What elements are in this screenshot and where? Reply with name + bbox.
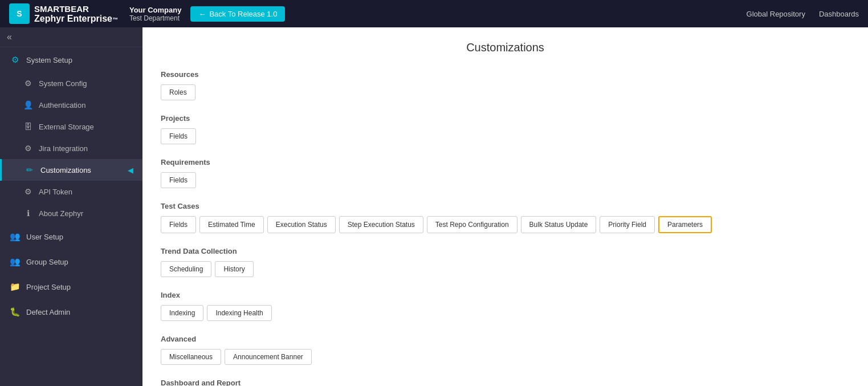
sidebar-section-header-system-setup[interactable]: ⚙ System Setup <box>0 47 142 72</box>
idx-indexing-button[interactable]: Indexing <box>161 305 203 321</box>
dashboards-link[interactable]: Dashboards <box>819 10 859 18</box>
section-index-buttons: Indexing Indexing Health <box>161 305 850 321</box>
section-dashboard-report: Dashboard and Report Gadget Refresh Rate <box>161 379 850 386</box>
section-trend-data-buttons: Scheduling History <box>161 261 850 277</box>
tc-priority-field-button[interactable]: Priority Field <box>600 216 655 233</box>
sidebar-section-group-setup: 👥 Group Setup <box>0 249 142 274</box>
system-setup-icon: ⚙ <box>9 54 21 66</box>
tc-parameters-button[interactable]: Parameters <box>658 216 712 233</box>
sidebar-item-jira-integration[interactable]: ⚙ Jira Integration <box>0 137 142 159</box>
sidebar-section-user-setup: 👥 User Setup <box>0 224 142 249</box>
authentication-icon: 👤 <box>23 100 33 110</box>
sidebar-item-api-token[interactable]: ⚙ API Token <box>0 181 142 202</box>
defect-admin-icon: 🐛 <box>9 306 21 318</box>
section-index-label: Index <box>161 291 850 299</box>
sidebar-section-header-user-setup[interactable]: 👥 User Setup <box>0 224 142 249</box>
section-index: Index Indexing Indexing Health <box>161 291 850 321</box>
section-projects-buttons: Fields <box>161 128 850 144</box>
section-dashboard-report-label: Dashboard and Report <box>161 379 850 386</box>
roles-button[interactable]: Roles <box>161 84 195 100</box>
project-setup-icon: 📁 <box>9 281 21 292</box>
section-advanced: Advanced Miscellaneous Announcement Bann… <box>161 335 850 365</box>
adv-announcement-banner-button[interactable]: Announcement Banner <box>225 349 312 365</box>
back-to-release-button[interactable]: ← Back To Release 1.0 <box>190 6 285 22</box>
main-layout: « ⚙ System Setup ⚙ System Config 👤 Authe… <box>0 27 868 386</box>
idx-indexing-health-button[interactable]: Indexing Health <box>207 305 271 321</box>
section-test-cases: Test Cases Fields Estimated Time Executi… <box>161 202 850 233</box>
sidebar-section-header-group-setup[interactable]: 👥 Group Setup <box>0 249 142 274</box>
logo-area: S SMARTBEARZephyr Enterprise™ <box>9 3 118 24</box>
api-token-icon: ⚙ <box>23 186 33 197</box>
system-config-icon: ⚙ <box>23 78 33 88</box>
projects-fields-button[interactable]: Fields <box>161 128 196 144</box>
section-trend-data-label: Trend Data Collection <box>161 247 850 255</box>
tc-test-repo-config-button[interactable]: Test Repo Configuration <box>427 216 517 233</box>
about-zephyr-icon: ℹ <box>23 208 33 218</box>
section-requirements-label: Requirements <box>161 158 850 166</box>
external-storage-icon: 🗄 <box>23 121 33 132</box>
adv-miscellaneous-button[interactable]: Miscellaneous <box>161 349 221 365</box>
sidebar-item-about-zephyr[interactable]: ℹ About Zephyr <box>0 202 142 224</box>
jira-integration-icon: ⚙ <box>23 143 33 153</box>
content-area: Customizations Resources Roles Projects … <box>142 27 868 386</box>
group-setup-icon: 👥 <box>9 256 21 267</box>
sidebar: « ⚙ System Setup ⚙ System Config 👤 Authe… <box>0 27 142 386</box>
collapse-button[interactable]: « <box>0 27 142 47</box>
top-header: S SMARTBEARZephyr Enterprise™ Your Compa… <box>0 0 868 27</box>
section-requirements: Requirements Fields <box>161 158 850 188</box>
section-advanced-buttons: Miscellaneous Announcement Banner <box>161 349 850 365</box>
section-projects: Projects Fields <box>161 114 850 144</box>
sidebar-section-header-defect-admin[interactable]: 🐛 Defect Admin <box>0 299 142 324</box>
active-indicator-icon: ◀ <box>128 166 133 174</box>
tc-step-execution-status-button[interactable]: Step Execution Status <box>339 216 423 233</box>
section-requirements-buttons: Fields <box>161 172 850 188</box>
section-test-cases-buttons: Fields Estimated Time Execution Status S… <box>161 216 850 233</box>
tc-fields-button[interactable]: Fields <box>161 216 196 233</box>
sidebar-item-customizations[interactable]: ✏ Customizations ◀ <box>0 159 142 181</box>
sidebar-section-project-setup: 📁 Project Setup <box>0 274 142 299</box>
sidebar-item-authentication[interactable]: 👤 Authentication <box>0 94 142 116</box>
section-resources-label: Resources <box>161 70 850 79</box>
section-trend-data: Trend Data Collection Scheduling History <box>161 247 850 277</box>
section-resources: Resources Roles <box>161 70 850 100</box>
sidebar-section-defect-admin: 🐛 Defect Admin <box>0 299 142 324</box>
section-advanced-label: Advanced <box>161 335 850 343</box>
section-projects-label: Projects <box>161 114 850 123</box>
page-title: Customizations <box>161 41 850 54</box>
customizations-icon: ✏ <box>25 165 35 175</box>
back-arrow-icon: ← <box>198 10 206 18</box>
tc-execution-status-button[interactable]: Execution Status <box>267 216 336 233</box>
tdc-scheduling-button[interactable]: Scheduling <box>161 261 211 277</box>
global-repository-link[interactable]: Global Repository <box>747 10 805 18</box>
company-info: Your Company Test Department <box>129 6 182 22</box>
tc-bulk-status-update-button[interactable]: Bulk Status Update <box>521 216 597 233</box>
header-nav: Global Repository Dashboards <box>747 10 859 18</box>
logo-icon: S <box>9 3 30 24</box>
section-test-cases-label: Test Cases <box>161 202 850 210</box>
section-resources-buttons: Roles <box>161 84 850 100</box>
sidebar-section-header-project-setup[interactable]: 📁 Project Setup <box>0 274 142 299</box>
sidebar-item-external-storage[interactable]: 🗄 External Storage <box>0 116 142 137</box>
sidebar-item-system-config[interactable]: ⚙ System Config <box>0 72 142 94</box>
sidebar-section-system-setup: ⚙ System Setup ⚙ System Config 👤 Authent… <box>0 47 142 224</box>
tc-estimated-time-button[interactable]: Estimated Time <box>199 216 264 233</box>
tdc-history-button[interactable]: History <box>215 261 253 277</box>
user-setup-icon: 👥 <box>9 231 21 242</box>
requirements-fields-button[interactable]: Fields <box>161 172 196 188</box>
logo-text: SMARTBEARZephyr Enterprise™ <box>34 4 118 24</box>
